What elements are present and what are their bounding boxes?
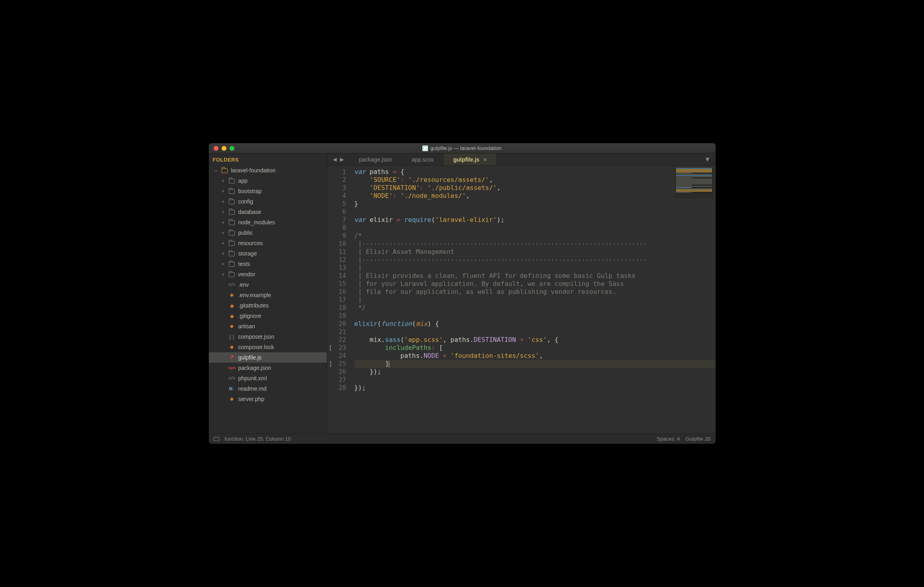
folder-icon [229,198,235,205]
sidebar: FOLDERS —laravel-foundation+app+bootstra… [209,154,327,433]
tree-item[interactable]: </>.env [209,280,327,290]
tree-item[interactable]: M↓readme.md [209,383,327,394]
tree-item[interactable]: ✸.env.example [209,290,327,300]
tree-item[interactable]: +storage [209,248,327,259]
tree-label: vendor [238,271,256,278]
tree-label: .env [238,282,249,288]
tree-item[interactable]: ✸server.php [209,394,327,404]
close-window-button[interactable] [214,146,218,151]
minimap[interactable] [674,167,714,199]
status-panel-toggle[interactable] [214,437,219,441]
code-editor[interactable]: 12345678910111213141516171819202122[2324… [327,166,716,433]
expand-icon[interactable]: + [221,219,226,226]
code-line[interactable]: }); [354,368,716,376]
gear-icon: ✸ [229,323,235,329]
md-icon: M↓ [229,385,235,392]
code-line[interactable]: |---------------------------------------… [354,256,716,264]
tree-item[interactable]: ⧩gulpfile.js [209,352,327,363]
status-syntax[interactable]: Gulpfile JS [686,436,711,442]
expand-icon[interactable]: + [221,240,226,246]
code-line[interactable]: | [354,296,716,304]
folder-icon [229,250,235,257]
code-line[interactable]: var paths = { [354,168,716,176]
tree-item[interactable]: +database [209,207,327,217]
tree-item[interactable]: { }composer.json [209,331,327,342]
folder-icon [229,219,235,226]
tab-nav: ◀ ▶ [327,154,350,165]
code-line[interactable]: /* [354,232,716,240]
titlebar[interactable]: gulpfile.js — laravel-foundation [209,143,716,154]
tree-label: laravel-foundation [231,167,276,174]
tree-item[interactable]: +config [209,196,327,207]
tree-item[interactable]: +app [209,176,327,186]
code-line[interactable]: ] [354,360,716,368]
code-line[interactable]: 'SOURCE': './resources/assets/', [354,176,716,184]
expand-icon[interactable]: + [221,178,226,184]
tab-dropdown-icon[interactable]: ▼ [700,154,716,165]
tab[interactable]: gulpfile.js× [444,154,497,165]
tree-item[interactable]: —laravel-foundation [209,165,327,176]
tree-item[interactable]: +resources [209,238,327,248]
tab-label: package.json [359,156,392,163]
expand-icon[interactable]: + [221,261,226,267]
code-line[interactable]: 'DESTINATION': './public/assets/', [354,184,716,192]
maximize-window-button[interactable] [230,146,234,151]
tree-item[interactable]: +public [209,228,327,238]
code-area[interactable]: var paths = { 'SOURCE': './resources/ass… [350,166,716,433]
tree-item[interactable]: </>phpunit.xml [209,373,327,383]
tree-item[interactable]: +tests [209,259,327,269]
code-line[interactable]: |---------------------------------------… [354,240,716,248]
code-line[interactable]: mix.sass('app.scss', paths.DESTINATION +… [354,336,716,344]
code-line[interactable]: | file for our application, as well as p… [354,288,716,296]
tree-item[interactable]: +bootstrap [209,186,327,196]
disclosure-open-icon[interactable]: — [214,168,218,173]
code-line[interactable]: } [354,200,716,208]
code-line[interactable] [354,376,716,384]
tree-item[interactable]: +vendor [209,269,327,280]
code-line[interactable]: */ [354,304,716,312]
tab-bar: ◀ ▶ package.jsonapp.scssgulpfile.js× ▼ [327,154,716,166]
tab-close-icon[interactable]: × [484,156,487,163]
code-line[interactable]: paths.NODE + 'foundation-sites/scss', [354,352,716,360]
tree-label: server.php [238,396,264,402]
expand-icon[interactable]: + [221,209,226,215]
tree-label: .env.example [238,292,271,298]
status-context[interactable]: function, Line 25, Column 10 [225,436,291,442]
code-line[interactable] [354,312,716,320]
code-line[interactable]: includePaths: [ [354,344,716,352]
git-icon: ◆ [229,302,235,309]
expand-icon[interactable]: + [221,198,226,205]
code-line[interactable]: }); [354,384,716,392]
code-icon: </> [229,375,235,381]
code-line[interactable]: | [354,264,716,272]
tree-item[interactable]: ◆.gitignore [209,311,327,321]
tree-item[interactable]: ✸artisan [209,321,327,331]
tab[interactable]: app.scss [402,154,444,165]
code-line[interactable] [354,328,716,336]
tree-item[interactable]: ◆.gitattributes [209,300,327,311]
code-line[interactable]: | for your Laravel application. By defau… [354,280,716,288]
folder-icon [229,240,235,246]
code-line[interactable] [354,208,716,216]
line-gutter[interactable]: 12345678910111213141516171819202122[2324… [327,166,350,433]
code-line[interactable]: var elixir = require('laravel-elixir'); [354,216,716,224]
minimize-window-button[interactable] [222,146,226,151]
code-line[interactable]: elixir(function(mix) { [354,320,716,328]
expand-icon[interactable]: + [221,230,226,236]
status-indent[interactable]: Spaces: 4 [657,436,680,442]
expand-icon[interactable]: + [221,188,226,194]
expand-icon[interactable]: + [221,271,226,278]
expand-icon[interactable]: + [221,250,226,257]
code-line[interactable]: | Elixir provides a clean, fluent API fo… [354,272,716,280]
code-line[interactable] [354,224,716,232]
tab-nav-back-icon[interactable]: ◀ [333,156,337,162]
code-line[interactable]: | Elixir Asset Management [354,248,716,256]
tab[interactable]: package.json [350,154,402,165]
file-tree[interactable]: —laravel-foundation+app+bootstrap+config… [209,165,327,433]
folder-icon [229,261,235,267]
tab-nav-forward-icon[interactable]: ▶ [340,156,344,162]
tree-item[interactable]: +node_modules [209,217,327,228]
tree-item[interactable]: npmpackage.json [209,363,327,373]
tree-item[interactable]: ✸composer.lock [209,342,327,352]
code-line[interactable]: 'NODE': './node_modules/', [354,192,716,200]
